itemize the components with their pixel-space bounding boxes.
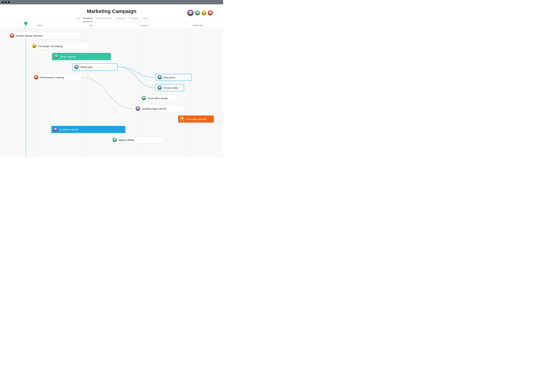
task-finalize-design[interactable]: Finalize design direction: [8, 32, 81, 39]
assignee-avatar: [53, 127, 58, 132]
assignee-avatar: [136, 106, 140, 111]
task-media-plan[interactable]: Media plan: [72, 63, 118, 70]
assignee-avatar: [10, 34, 14, 38]
page-title: Marketing Campaign: [4, 9, 219, 14]
assignee-avatar: [113, 138, 117, 142]
task-campaign-messaging[interactable]: Campaign messaging: [30, 43, 89, 50]
assignee-avatar: [157, 75, 162, 79]
team-avatar[interactable]: [187, 10, 194, 16]
month-grid-line: [191, 29, 191, 157]
task-customer-stories[interactable]: Customer stories: [52, 126, 125, 133]
task-blog-posts[interactable]: Blog posts: [156, 74, 192, 81]
task-label: Campaign messaging: [38, 45, 62, 48]
view-tabs: ListTimelineConversationsCalendarProgres…: [4, 17, 219, 22]
assignee-avatar: [32, 44, 36, 48]
assignee-avatar: [74, 65, 79, 69]
task-label: Performance tracking: [40, 76, 64, 79]
timeline-month-header: JuneJulyAugustSeptember: [0, 22, 223, 29]
tab-files[interactable]: Files: [142, 17, 148, 22]
task-label: Landing pages launch: [142, 107, 166, 110]
task-label: Media plan: [80, 66, 93, 69]
task-select-agency[interactable]: Select agency: [52, 53, 111, 60]
today-marker: [26, 22, 26, 157]
assignee-avatar: [54, 54, 58, 59]
task-label: Select agency: [60, 55, 76, 58]
task-performance-tracking[interactable]: Performance tracking: [32, 74, 81, 81]
team-avatar[interactable]: [201, 10, 206, 16]
window-control-zoom[interactable]: [8, 1, 10, 3]
window-chrome: [0, 0, 223, 4]
task-label: Finalize design direction: [16, 34, 43, 37]
task-campaign-launch[interactable]: Campaign launch!: [178, 115, 214, 122]
assignee-avatar: [34, 75, 38, 79]
task-label: Social media: [164, 87, 178, 89]
month-label: August: [140, 24, 148, 27]
tab-progress[interactable]: Progress: [129, 17, 139, 22]
tab-calendar[interactable]: Calendar: [115, 17, 125, 22]
tab-list[interactable]: List: [76, 17, 79, 22]
task-landing-pages[interactable]: Landing pages launch: [134, 105, 184, 112]
month-label: July: [89, 24, 93, 27]
assignee-avatar: [157, 86, 162, 90]
tab-timeline[interactable]: Timeline: [83, 17, 92, 22]
window-control-close[interactable]: [2, 1, 4, 3]
window-control-minimize[interactable]: [5, 1, 7, 3]
task-final-video[interactable]: Final video assets: [140, 95, 177, 102]
page-header: Marketing Campaign + ListTimelineConvers…: [0, 4, 223, 22]
task-agency-billing[interactable]: Agency billing: [111, 136, 162, 143]
task-label: Final video assets: [148, 97, 168, 100]
month-label: June: [37, 24, 42, 27]
tab-conversations[interactable]: Conversations: [96, 17, 112, 22]
team-avatar[interactable]: [195, 10, 200, 16]
task-label: Customer stories: [59, 128, 78, 131]
assignee-avatar: [180, 117, 184, 121]
assignee-avatar: [142, 96, 146, 100]
timeline-view: JuneJulyAugustSeptember Finalize design …: [0, 22, 223, 157]
team-avatars: +: [187, 10, 219, 16]
task-label: Agency billing: [119, 139, 134, 141]
task-social-media[interactable]: Social media: [156, 84, 184, 91]
team-avatar[interactable]: [208, 10, 213, 16]
task-label: Blog posts: [164, 76, 175, 79]
month-label: September: [192, 24, 204, 27]
task-label: Campaign launch!: [186, 118, 206, 121]
add-member-button[interactable]: +: [214, 10, 219, 16]
